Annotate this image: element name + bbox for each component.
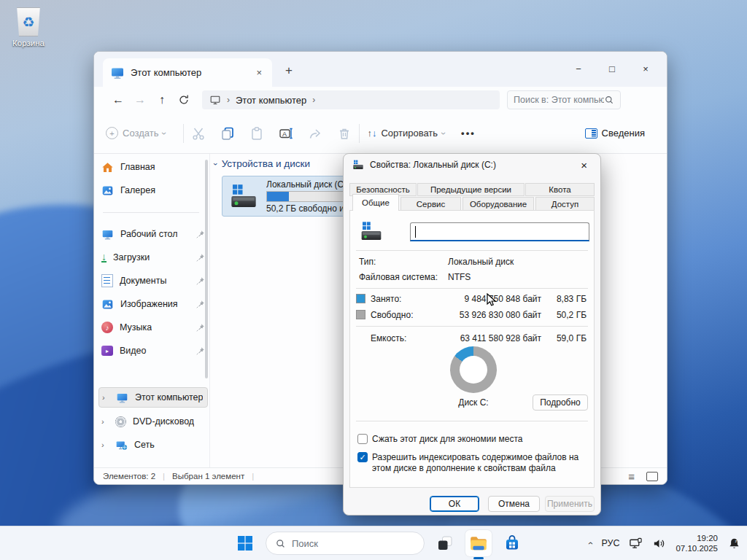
new-tab-button[interactable]: +	[285, 63, 293, 78]
tab-close-icon[interactable]: ×	[253, 67, 265, 78]
sidebar-item-dvd-drive[interactable]: › DVD-дисковод	[101, 411, 205, 432]
tab-sharing[interactable]: Доступ	[535, 197, 595, 211]
forward-button[interactable]: →	[129, 93, 151, 106]
sidebar-item-gallery[interactable]: Галерея	[101, 180, 205, 201]
task-view-icon	[436, 534, 454, 552]
index-checkbox[interactable]: ✓	[357, 452, 368, 462]
taskbar-search[interactable]: Поиск	[266, 532, 425, 555]
delete-button[interactable]	[337, 126, 352, 141]
breadcrumb[interactable]: Этот компьютер	[236, 95, 306, 106]
sort-button[interactable]: ↑↓ Сортировать ›	[367, 128, 445, 139]
minimize-button[interactable]: −	[562, 52, 595, 85]
date: 07.10.2025	[676, 543, 718, 553]
copy-button[interactable]	[220, 126, 235, 141]
chevron-down-icon: ›	[438, 132, 449, 135]
dialog-close-icon[interactable]: ×	[576, 158, 592, 173]
free-legend-swatch	[356, 310, 365, 319]
create-label: Создать	[123, 128, 158, 139]
chevron-right-icon[interactable]: ›	[101, 417, 109, 426]
general-tab-panel: Тип: Локальный диск Файловая система: NT…	[349, 210, 595, 488]
list-view-button[interactable]: ≡	[628, 470, 635, 483]
large-icons-view-button[interactable]	[646, 472, 658, 481]
tab-previous-versions[interactable]: Предыдущие версии	[417, 183, 525, 196]
sidebar-scrollbar[interactable]	[205, 160, 208, 378]
capacity-label: Емкость:	[371, 333, 406, 343]
search-icon	[275, 538, 286, 549]
dvd-icon	[115, 416, 126, 427]
sort-arrows-icon: ↑↓	[367, 128, 376, 139]
tab-strip: Этот компьютер × + − □ ×	[94, 52, 667, 87]
sidebar-item-documents[interactable]: Документы	[101, 271, 205, 291]
monitor-icon	[209, 94, 221, 106]
sidebar-item-pictures[interactable]: Изображения	[101, 294, 205, 314]
pin-icon	[196, 300, 205, 308]
tab-general[interactable]: Общие	[352, 194, 399, 211]
sidebar-item-label: Сеть	[134, 440, 155, 450]
sort-label: Сортировать	[381, 128, 438, 139]
notification-bell-icon[interactable]	[727, 537, 741, 551]
close-button[interactable]: ×	[629, 52, 662, 85]
cut-button[interactable]	[191, 126, 206, 141]
chevron-down-icon: ›	[212, 163, 220, 166]
details-button[interactable]: Подробно	[533, 394, 588, 411]
cancel-button[interactable]: Отмена	[488, 496, 540, 512]
start-button[interactable]	[232, 530, 258, 556]
file-explorer-button[interactable]	[465, 530, 492, 556]
rename-button[interactable]	[279, 126, 293, 141]
compress-checkbox[interactable]	[357, 434, 368, 444]
computer-icon	[116, 392, 128, 404]
sidebar-item-downloads[interactable]: ↓ Загрузки	[101, 247, 205, 268]
apply-button[interactable]: Применить	[545, 496, 595, 512]
search-input[interactable]: Поиск в: Этот компьютер	[507, 90, 621, 109]
clock[interactable]: 19:20 07.10.2025	[676, 533, 718, 553]
share-button[interactable]	[308, 126, 322, 141]
refresh-button[interactable]	[173, 93, 195, 106]
microsoft-store-button[interactable]	[499, 530, 525, 556]
chevron-right-icon[interactable]: ›	[101, 440, 109, 449]
dialog-title-bar[interactable]: Свойства: Локальный диск (C:) ×	[344, 154, 600, 176]
tab-tools[interactable]: Сервис	[400, 197, 461, 211]
recycle-bin-desktop-icon[interactable]: ♻ Корзина	[7, 7, 50, 47]
more-options-button[interactable]: •••	[461, 128, 476, 139]
sidebar-item-home[interactable]: Главная	[101, 157, 205, 177]
download-icon: ↓	[101, 252, 107, 262]
up-button[interactable]: ↑	[151, 93, 173, 106]
volume-icon[interactable]	[652, 537, 666, 551]
drive-icon	[359, 219, 384, 243]
ok-button[interactable]: ОК	[430, 496, 479, 512]
gallery-icon	[101, 184, 114, 197]
mouse-cursor	[484, 293, 499, 308]
sidebar-item-label: Загрузки	[113, 252, 150, 262]
free-gb: 50,2 ГБ	[546, 310, 587, 320]
language-indicator[interactable]: РУС	[601, 538, 619, 548]
tab-this-pc[interactable]: Этот компьютер ×	[103, 58, 272, 87]
sidebar-item-videos[interactable]: ▸ Видео	[101, 341, 205, 361]
network-tray-icon[interactable]	[629, 537, 643, 551]
pictures-icon	[101, 298, 114, 311]
monitor-icon	[110, 66, 125, 80]
create-button[interactable]: + Создать ›	[106, 127, 166, 139]
address-bar[interactable]: › Этот компьютер ›	[202, 90, 500, 109]
taskbar-search-placeholder: Поиск	[292, 538, 318, 549]
back-button[interactable]: ←	[107, 93, 129, 106]
filesystem-label: Файловая система:	[359, 272, 438, 282]
chevron-right-icon[interactable]: ›	[102, 393, 109, 402]
windows-logo-icon	[236, 534, 254, 552]
devices-and-drives-group-header[interactable]: › Устройства и диски	[214, 158, 310, 169]
task-view-button[interactable]	[432, 530, 458, 556]
text-caret	[415, 226, 416, 238]
maximize-button[interactable]: □	[595, 52, 629, 85]
paste-button[interactable]	[249, 126, 264, 141]
drive-icon	[352, 159, 364, 171]
sidebar-item-desktop[interactable]: Рабочий стол	[101, 224, 205, 244]
sidebar-item-network[interactable]: › Сеть	[101, 435, 205, 455]
tab-quota[interactable]: Квота	[525, 183, 595, 196]
recycle-bin-label: Корзина	[7, 39, 50, 47]
breadcrumb-chevron-icon[interactable]: ›	[312, 95, 315, 105]
volume-name-input[interactable]	[410, 222, 589, 241]
sidebar-item-this-pc[interactable]: › Этот компьютер	[98, 387, 208, 408]
sidebar-item-music[interactable]: ♪ Музыка	[101, 317, 205, 338]
tab-hardware[interactable]: Оборудование	[462, 197, 534, 211]
details-pane-button[interactable]: Сведения	[585, 128, 645, 139]
show-hidden-icons-button[interactable]: ›	[585, 542, 595, 545]
